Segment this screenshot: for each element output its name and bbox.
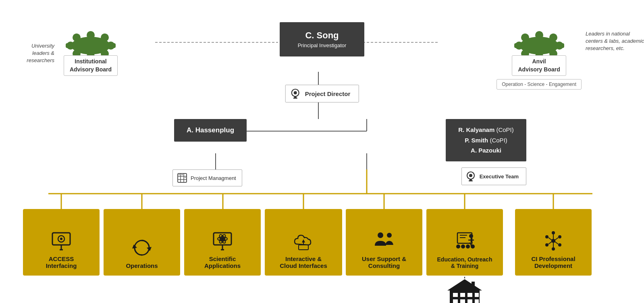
svg-point-97 [456, 244, 460, 249]
svg-rect-119 [467, 293, 472, 297]
gold-box-usersupport: User Support &Consulting [346, 209, 422, 276]
svg-point-106 [552, 231, 555, 234]
svg-point-66 [469, 174, 472, 177]
svg-rect-25 [102, 34, 108, 39]
exec-team-label: Executive Team [480, 173, 519, 180]
exec-team-box: R. Kalyanam (CoPI) P. Smith (CoPI) A. Pa… [446, 119, 526, 161]
operations-icon [131, 237, 152, 258]
svg-rect-120 [475, 293, 479, 297]
svg-point-88 [387, 233, 392, 238]
svg-line-108 [548, 238, 552, 240]
operations-label: Operations [126, 262, 158, 269]
svg-rect-40 [536, 32, 542, 37]
proj-mgmt-label: Project Managment [191, 175, 236, 181]
project-director-label: Project Director [305, 90, 351, 97]
usersupport-icon [372, 230, 396, 251]
svg-rect-122 [460, 299, 465, 303]
project-director-icon [290, 88, 301, 99]
svg-rect-50 [514, 43, 520, 48]
svg-point-73 [60, 238, 62, 240]
svg-rect-56 [293, 98, 297, 99]
gold-box-operations: Operations [104, 209, 180, 276]
svg-rect-52 [559, 43, 564, 48]
svg-line-111 [555, 242, 558, 244]
svg-line-110 [548, 242, 552, 244]
interactive-icon [293, 230, 314, 251]
svg-point-92 [469, 234, 473, 238]
svg-point-100 [471, 244, 475, 249]
partner-building-icon [447, 278, 483, 303]
interactive-label: Interactive &Cloud Interfaces [280, 255, 327, 269]
pi-title: Principal Investigator [294, 42, 350, 48]
exec-team-icon [465, 171, 476, 182]
ciprofdev-label: CI ProfessionalDevelopment [531, 255, 575, 269]
svg-point-102 [545, 235, 548, 238]
gold-box-interactive: Interactive &Cloud Interfaces [265, 209, 342, 276]
inst-advisory-board: University leaders & researchers [62, 22, 119, 76]
ciprofdev-icon [543, 230, 564, 251]
svg-rect-35 [110, 43, 116, 48]
exec-name-1: R. Kalyanam (CoPI) [458, 126, 514, 133]
svg-rect-118 [460, 293, 465, 297]
svg-rect-21 [73, 34, 80, 39]
svg-point-105 [558, 243, 561, 247]
anvil-board-name: AnvilAdvisory Board [512, 55, 566, 76]
proj-mgmt-box: Project Managment [172, 169, 242, 186]
svg-marker-114 [447, 279, 482, 290]
gold-box-education: Education, Outreach& Training [426, 209, 503, 276]
gold-box-scientific: ScientificApplications [184, 209, 261, 276]
gold-box-access: ACCESSInterfacing [23, 209, 100, 276]
inst-board-name: InstitutionalAdvisory Board [64, 55, 118, 76]
svg-point-77 [221, 237, 224, 240]
svg-point-101 [551, 239, 555, 243]
svg-point-98 [461, 244, 465, 249]
svg-rect-23 [87, 32, 94, 37]
access-label: ACCESSInterfacing [46, 255, 77, 269]
svg-point-99 [466, 244, 470, 249]
svg-rect-123 [467, 299, 472, 303]
svg-rect-38 [522, 34, 528, 39]
svg-rect-33 [66, 43, 71, 48]
svg-rect-121 [453, 299, 458, 303]
ose-box: Operation - Science - Engagement [497, 79, 582, 90]
svg-point-87 [378, 232, 383, 238]
pi-name: C. Song [294, 30, 350, 41]
exec-names: R. Kalyanam (CoPI) P. Smith (CoPI) A. Pa… [457, 125, 515, 156]
org-chart: University leaders & researchers [0, 0, 644, 303]
education-icon [454, 231, 475, 252]
svg-rect-68 [469, 180, 473, 182]
svg-rect-124 [475, 299, 479, 303]
access-icon [51, 230, 72, 251]
svg-rect-42 [550, 34, 557, 39]
anvil-board-side-label: Leaders in national centers & labs, acad… [586, 30, 644, 52]
exec-name-3: A. Pazouki [471, 147, 501, 154]
inst-board-side-label: University leaders & researchers [14, 42, 54, 65]
anvil-advisory-board: Leaders in national centers & labs, acad… [497, 22, 582, 90]
exec-name-2: P. Smith (CoPI) [465, 137, 507, 144]
scientific-icon [212, 230, 233, 251]
usersupport-label: User Support &Consulting [362, 255, 406, 269]
svg-rect-115 [472, 282, 475, 290]
gold-box-ciprofdev: CI ProfessionalDevelopment [515, 209, 592, 276]
proj-mgmt-icon [177, 173, 187, 183]
svg-rect-83 [299, 245, 308, 250]
svg-rect-117 [453, 293, 458, 297]
hassenplug-box: A. Hassenplug [174, 119, 247, 142]
svg-point-103 [558, 235, 561, 238]
project-director-box: Project Director [285, 85, 359, 102]
svg-point-107 [552, 247, 555, 251]
education-label: Education, Outreach& Training [437, 256, 492, 269]
partner-institutions: Partner Instutuions [426, 278, 503, 303]
svg-marker-86 [302, 239, 305, 242]
scientific-label: ScientificApplications [204, 255, 241, 269]
pi-box: C. Song Principal Investigator [280, 22, 364, 56]
svg-point-54 [294, 91, 297, 94]
exec-team-label-box: Executive Team [461, 167, 526, 185]
svg-point-104 [545, 243, 548, 247]
svg-line-109 [555, 238, 558, 240]
hassenplug-name: A. Hassenplug [185, 126, 235, 134]
